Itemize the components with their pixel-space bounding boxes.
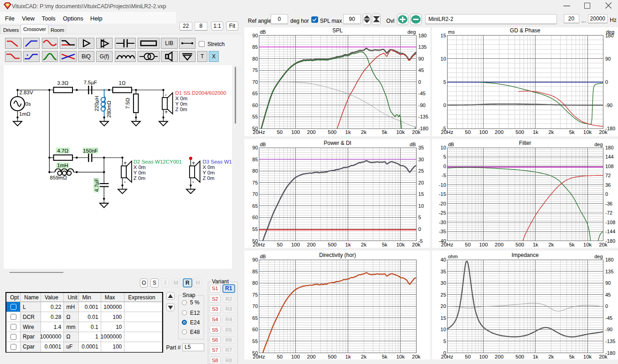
svg-text:0: 0 bbox=[605, 79, 608, 85]
svg-text:70: 70 bbox=[252, 191, 258, 197]
svg-text:-108: -108 bbox=[605, 220, 615, 225]
svg-text:500: 500 bbox=[328, 242, 336, 247]
svg-text:5k: 5k bbox=[382, 242, 387, 247]
svg-text:500: 500 bbox=[515, 354, 524, 359]
svg-text:36: 36 bbox=[605, 182, 611, 188]
svg-text:50: 50 bbox=[277, 242, 283, 247]
svg-text:dB: dB bbox=[410, 142, 416, 147]
svg-text:2k: 2k bbox=[548, 242, 554, 247]
svg-text:-5: -5 bbox=[442, 173, 446, 178]
svg-text:55: 55 bbox=[252, 338, 258, 344]
svg-text:-15: -15 bbox=[439, 191, 446, 197]
svg-text:200: 200 bbox=[495, 129, 504, 135]
svg-text:200: 200 bbox=[307, 242, 316, 247]
svg-text:65: 65 bbox=[252, 315, 258, 321]
svg-text:55: 55 bbox=[252, 226, 258, 232]
svg-text:85: 85 bbox=[252, 157, 258, 162]
svg-text:-72: -72 bbox=[605, 210, 613, 215]
svg-text:0: 0 bbox=[443, 164, 446, 169]
svg-text:1k: 1k bbox=[345, 354, 351, 359]
svg-text:Filter: Filter bbox=[519, 140, 531, 146]
svg-text:2k: 2k bbox=[361, 242, 366, 247]
svg-text:-30: -30 bbox=[439, 220, 446, 225]
svg-text:2k: 2k bbox=[548, 129, 554, 135]
svg-text:35: 35 bbox=[418, 145, 424, 150]
svg-text:10k: 10k bbox=[583, 129, 592, 135]
svg-text:-144: -144 bbox=[605, 229, 615, 234]
svg-text:Impedance: Impedance bbox=[512, 252, 539, 258]
svg-text:10k: 10k bbox=[396, 354, 405, 359]
svg-text:50: 50 bbox=[277, 129, 283, 135]
svg-text:deg: deg bbox=[594, 142, 603, 147]
svg-text:60: 60 bbox=[252, 327, 258, 332]
svg-text:20: 20 bbox=[418, 180, 424, 185]
svg-text:dB: dB bbox=[260, 29, 266, 35]
svg-text:60: 60 bbox=[252, 103, 258, 108]
svg-text:0: 0 bbox=[418, 79, 421, 85]
svg-text:180: 180 bbox=[605, 33, 613, 38]
svg-text:90: 90 bbox=[418, 56, 424, 62]
svg-text:15: 15 bbox=[441, 33, 446, 38]
svg-text:100: 100 bbox=[291, 129, 300, 135]
svg-text:30: 30 bbox=[441, 280, 446, 286]
svg-text:10k: 10k bbox=[396, 242, 405, 247]
svg-text:ohm: ohm bbox=[448, 254, 458, 259]
svg-text:500: 500 bbox=[328, 129, 336, 135]
svg-text:20Hz: 20Hz bbox=[253, 354, 265, 359]
svg-text:-25: -25 bbox=[439, 210, 446, 215]
svg-text:65: 65 bbox=[252, 91, 258, 96]
svg-text:SPL: SPL bbox=[332, 27, 343, 34]
svg-text:100: 100 bbox=[479, 129, 488, 135]
svg-text:180: 180 bbox=[605, 145, 613, 150]
svg-text:75: 75 bbox=[252, 292, 258, 297]
svg-text:10k: 10k bbox=[583, 354, 592, 359]
svg-text:20k: 20k bbox=[599, 242, 608, 247]
svg-text:70: 70 bbox=[252, 79, 258, 85]
svg-text:90: 90 bbox=[252, 33, 258, 38]
svg-text:100: 100 bbox=[479, 242, 488, 247]
svg-text:100: 100 bbox=[291, 242, 300, 247]
svg-text:90: 90 bbox=[252, 257, 258, 262]
svg-text:5: 5 bbox=[418, 215, 421, 220]
svg-text:2k: 2k bbox=[361, 129, 366, 135]
svg-text:75: 75 bbox=[252, 67, 258, 73]
svg-text:80: 80 bbox=[252, 56, 258, 62]
svg-text:90: 90 bbox=[252, 145, 258, 150]
svg-text:200: 200 bbox=[307, 129, 316, 135]
svg-text:-10: -10 bbox=[439, 182, 446, 188]
svg-text:65: 65 bbox=[252, 203, 258, 209]
svg-text:50: 50 bbox=[465, 242, 471, 247]
svg-text:100: 100 bbox=[291, 354, 300, 359]
svg-text:dB: dB bbox=[260, 254, 266, 259]
svg-text:10k: 10k bbox=[583, 242, 592, 247]
svg-text:72: 72 bbox=[605, 173, 611, 178]
svg-text:-90: -90 bbox=[605, 327, 613, 332]
svg-text:20k: 20k bbox=[412, 242, 421, 247]
svg-text:deg: deg bbox=[594, 254, 603, 259]
svg-text:5: 5 bbox=[443, 338, 446, 344]
svg-text:144: 144 bbox=[605, 154, 613, 159]
svg-text:180: 180 bbox=[605, 257, 613, 262]
svg-text:1k: 1k bbox=[533, 354, 538, 359]
svg-text:200: 200 bbox=[495, 354, 504, 359]
svg-text:45: 45 bbox=[605, 292, 611, 297]
svg-text:75: 75 bbox=[252, 180, 258, 185]
svg-text:-135: -135 bbox=[605, 338, 615, 344]
svg-text:80: 80 bbox=[252, 280, 258, 286]
svg-text:ms: ms bbox=[448, 29, 455, 35]
svg-text:500: 500 bbox=[328, 354, 336, 359]
svg-text:5: 5 bbox=[443, 154, 446, 159]
svg-text:5k: 5k bbox=[382, 354, 387, 359]
svg-text:5k: 5k bbox=[569, 242, 575, 247]
svg-text:20Hz: 20Hz bbox=[253, 242, 265, 247]
svg-text:-90: -90 bbox=[418, 103, 426, 108]
svg-text:20k: 20k bbox=[599, 354, 608, 359]
svg-text:135: 135 bbox=[418, 44, 427, 50]
svg-text:10: 10 bbox=[441, 145, 446, 150]
svg-text:5k: 5k bbox=[569, 129, 575, 135]
svg-text:35: 35 bbox=[441, 269, 446, 274]
svg-text:20k: 20k bbox=[412, 129, 421, 135]
svg-text:-45: -45 bbox=[418, 91, 426, 96]
svg-text:20: 20 bbox=[441, 303, 446, 309]
svg-text:85: 85 bbox=[252, 44, 258, 50]
